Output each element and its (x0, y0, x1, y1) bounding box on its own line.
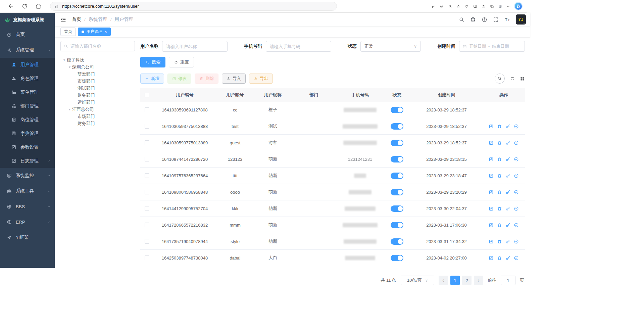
sidebar-item-param[interactable]: 参数设置 (0, 140, 55, 154)
status-toggle[interactable] (391, 107, 403, 113)
sidebar-collapse-icon[interactable] (60, 16, 66, 23)
row-checkbox[interactable] (145, 223, 149, 227)
tab-user-management[interactable]: 用户管理 × (78, 28, 111, 36)
favorites-bar-icon[interactable] (481, 3, 487, 9)
tree-node[interactable]: ▾橙子科技 (60, 56, 135, 63)
reset-password-action-icon[interactable] (505, 239, 510, 244)
prev-page-button[interactable]: ‹ (439, 276, 448, 285)
edit-action-icon[interactable] (489, 255, 494, 261)
grid-tool-icon[interactable] (520, 76, 525, 81)
row-checkbox[interactable] (145, 173, 149, 178)
select-all-checkbox[interactable] (145, 93, 149, 97)
edit-action-icon[interactable] (489, 124, 494, 129)
sidebar-item-monitor[interactable]: 系统监控 (0, 168, 55, 183)
sidebar-item-system[interactable]: 系统管理 (0, 42, 55, 58)
search-button[interactable]: 搜索 (140, 57, 165, 67)
sidebar-item-tools[interactable]: 系统工具 (0, 183, 55, 199)
tab-home[interactable]: 首页 (60, 28, 76, 36)
edit-action-icon[interactable] (489, 239, 494, 244)
delete-action-icon[interactable] (497, 255, 502, 261)
row-checkbox[interactable] (145, 206, 149, 211)
status-toggle[interactable] (391, 123, 403, 130)
delete-button[interactable]: 删除 (195, 74, 218, 84)
assign-role-action-icon[interactable] (514, 124, 519, 129)
assign-role-action-icon[interactable] (514, 173, 519, 178)
reset-password-action-icon[interactable] (505, 206, 510, 211)
breadcrumb-item[interactable]: 用户管理 (114, 16, 133, 22)
key-icon[interactable] (430, 3, 436, 9)
goto-page-input[interactable] (501, 276, 515, 285)
next-page-button[interactable]: › (474, 276, 483, 285)
reset-password-action-icon[interactable] (505, 223, 510, 228)
favorite-add-icon[interactable] (455, 3, 461, 9)
edit-action-icon[interactable] (489, 140, 494, 145)
profile-icon[interactable] (497, 3, 503, 9)
sidebar-item-log[interactable]: 日志管理 (0, 154, 55, 168)
delete-action-icon[interactable] (497, 124, 502, 129)
url-text[interactable]: https://ccnetcore.com:1101/system/user (62, 4, 139, 9)
reset-password-action-icon[interactable] (505, 255, 510, 261)
row-checkbox[interactable] (145, 107, 149, 112)
search-icon[interactable] (459, 17, 464, 22)
home-icon[interactable] (35, 3, 42, 9)
status-toggle[interactable] (391, 255, 403, 261)
delete-action-icon[interactable] (497, 239, 502, 244)
search-tool-icon[interactable] (495, 74, 505, 84)
page-button-2[interactable]: 2 (462, 276, 472, 285)
copilot-icon[interactable]: b (514, 2, 523, 10)
edit-action-icon[interactable] (489, 190, 494, 195)
sidebar-item-home[interactable]: 首页 (0, 27, 55, 42)
tree-node[interactable]: ▾市场部门 (60, 113, 135, 120)
caret-down-icon[interactable]: ▾ (67, 107, 72, 111)
sidebar-item-role[interactable]: 角色管理 (0, 72, 55, 85)
tree-node[interactable]: ▾运维部门 (60, 99, 135, 106)
row-checkbox[interactable] (145, 124, 149, 129)
status-toggle[interactable] (391, 173, 403, 179)
tree-node[interactable]: ▾市场部门 (60, 78, 135, 85)
delete-action-icon[interactable] (497, 223, 502, 228)
address-bar[interactable]: https://ccnetcore.com:1101/system/user (50, 2, 337, 11)
department-search-input[interactable] (70, 44, 132, 49)
assign-role-action-icon[interactable] (514, 239, 519, 244)
caret-down-icon[interactable]: ▾ (62, 58, 67, 62)
date-range-picker[interactable]: 开始日期 - 结束日期 (459, 41, 525, 52)
tree-node[interactable]: ▾财务部门 (60, 120, 135, 127)
status-toggle[interactable] (391, 238, 403, 245)
reset-password-action-icon[interactable] (505, 157, 510, 162)
back-icon[interactable] (8, 3, 14, 9)
status-toggle[interactable] (391, 222, 403, 228)
import-button[interactable]: 导入 (222, 74, 246, 84)
add-button[interactable]: 新增 (140, 74, 164, 84)
avatar-caret-icon[interactable]: ▾ (523, 21, 525, 26)
font-size-icon[interactable]: TT (504, 17, 510, 22)
edit-action-icon[interactable] (489, 206, 494, 211)
phone-input[interactable] (266, 41, 331, 52)
reset-password-action-icon[interactable] (505, 190, 510, 195)
delete-action-icon[interactable] (497, 157, 502, 162)
row-checkbox[interactable] (145, 239, 149, 244)
status-toggle[interactable] (391, 140, 403, 146)
tree-node[interactable]: ▾江西总公司 (60, 106, 135, 113)
breadcrumb-item[interactable]: 首页 (72, 16, 81, 22)
row-checkbox[interactable] (145, 157, 149, 161)
tree-node[interactable]: ▾测试部门 (60, 85, 135, 92)
reset-button[interactable]: 重置 (169, 57, 194, 67)
assign-role-action-icon[interactable] (514, 255, 519, 261)
delete-action-icon[interactable] (497, 190, 502, 195)
assign-role-action-icon[interactable] (514, 190, 519, 195)
caret-down-icon[interactable]: ▾ (67, 65, 72, 69)
sidebar-item-menu[interactable]: 菜单管理 (0, 85, 55, 99)
edit-button[interactable]: 修改 (167, 74, 191, 84)
sidebar-item-yiframe[interactable]: Yi框架 (0, 230, 55, 245)
delete-action-icon[interactable] (497, 140, 502, 145)
sidebar-item-erp[interactable]: ERP (0, 214, 55, 230)
reset-password-action-icon[interactable] (505, 173, 510, 178)
collections-icon[interactable] (489, 3, 495, 9)
row-checkbox[interactable] (145, 255, 149, 260)
delete-action-icon[interactable] (497, 206, 502, 211)
read-aloud-icon[interactable] (439, 3, 445, 9)
tab-close-icon[interactable]: × (104, 30, 107, 34)
essentials-icon[interactable] (464, 3, 470, 9)
sidebar-item-dict[interactable]: 字典管理 (0, 127, 55, 140)
reset-password-action-icon[interactable] (505, 124, 510, 129)
